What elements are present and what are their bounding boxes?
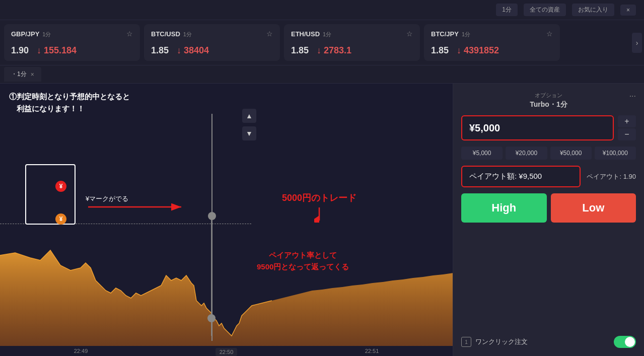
- amount-input[interactable]: [461, 115, 614, 140]
- chart-scroll-down-btn[interactable]: ▼: [242, 126, 256, 140]
- time-label-2250: 22:50: [220, 349, 234, 355]
- annotation-text-1: ①判定時刻となり予想的中となると 利益になります！！: [9, 91, 130, 115]
- amount-plus-btn[interactable]: +: [618, 115, 636, 127]
- amount-minus-btn[interactable]: −: [618, 128, 636, 140]
- quick-20000-btn[interactable]: ¥20,000: [506, 147, 547, 160]
- pair-label: BTC/JPY: [431, 30, 459, 38]
- close-topbar-btn[interactable]: ×: [620, 5, 636, 16]
- payout-amount-box: ペイアウト額: ¥9,500: [461, 166, 581, 187]
- tab-label: ・1分: [11, 70, 27, 79]
- amount-plusminus: + −: [618, 115, 636, 140]
- option-value: Turbo・1分: [461, 100, 636, 109]
- payout-ratio-label: ペイアウト: 1.90: [587, 172, 636, 181]
- multiplier: 1.85: [151, 45, 169, 56]
- oneclick-text: ワンクリック注文: [475, 337, 528, 346]
- right-panel: オプション Turbo・1分 ··· + − ¥5,000 ¥20,000 ¥5…: [453, 84, 644, 356]
- oneclick-toggle[interactable]: [614, 336, 636, 348]
- quick-100000-btn[interactable]: ¥100,000: [595, 147, 636, 160]
- ticker-card-btcusd[interactable]: BTC/USD1分 ☆ 1.85 ↓ 38404: [144, 24, 280, 61]
- white-highlight-rect: [25, 164, 76, 225]
- pair-label: ETH/USD: [291, 30, 320, 38]
- star-icon[interactable]: ☆: [546, 30, 553, 38]
- price-circle-marker: [208, 212, 216, 220]
- toggle-knob: [625, 337, 635, 347]
- spacer: [461, 229, 636, 328]
- price: ↓ 155.184: [37, 45, 77, 56]
- ticker-card-btcjpy[interactable]: BTC/JPY1分 ☆ 1.85 ↓ 4391852: [424, 24, 560, 61]
- chart-area: ①判定時刻となり予想的中となると 利益になります！！ ¥ ¥ ¥マークがでる 5…: [0, 84, 453, 356]
- star-icon[interactable]: ☆: [266, 30, 273, 38]
- interval-label: 1分: [462, 31, 470, 37]
- interval-btn[interactable]: 1分: [496, 4, 518, 16]
- time-label-2250-box: 22:50: [216, 348, 238, 356]
- star-icon[interactable]: ☆: [406, 30, 413, 38]
- amount-row: + −: [461, 115, 636, 140]
- oneclick-label: 1 ワンクリック注文: [461, 337, 528, 347]
- multiplier: 1.85: [431, 45, 449, 56]
- multiplier: 1.85: [291, 45, 309, 56]
- option-header: オプション Turbo・1分 ···: [461, 92, 636, 109]
- quick-50000-btn[interactable]: ¥50,000: [550, 147, 592, 160]
- ticker-next-btn[interactable]: ›: [632, 33, 642, 53]
- star-icon[interactable]: ☆: [126, 30, 133, 38]
- option-label: オプション: [461, 92, 636, 99]
- time-labels: 22:49 22:50 22:51: [0, 348, 453, 356]
- trade-buttons: High Low: [461, 193, 636, 223]
- ticker-card-ethusd[interactable]: ETH/USD1分 ☆ 1.85 ↓ 2783.1: [284, 24, 420, 61]
- option-dots-btn[interactable]: ···: [629, 92, 636, 101]
- oneclick-icon: 1: [461, 337, 471, 347]
- interval-label: 1分: [42, 31, 51, 37]
- quick-5000-btn[interactable]: ¥5,000: [461, 147, 503, 160]
- ticker-card-gbpjpy[interactable]: GBP/JPY1分 ☆ 1.90 ↓ 155.184: [4, 24, 140, 61]
- interval-label: 1分: [323, 31, 331, 37]
- top-bar: 1分 全ての資産 お気に入り ×: [0, 0, 644, 20]
- pair-label: BTC/USD: [151, 30, 180, 38]
- annotation-5000: 5000円のトレード: [282, 192, 356, 226]
- yen-marker-red: ¥: [55, 181, 66, 192]
- price: ↓ 38404: [177, 45, 209, 56]
- tab-close-btn[interactable]: ×: [31, 71, 34, 78]
- all-assets-btn[interactable]: 全ての資産: [524, 4, 566, 16]
- favorites-btn[interactable]: お気に入り: [572, 4, 614, 16]
- time-label-2251: 22:51: [365, 348, 379, 356]
- price-chart-svg: [0, 215, 453, 346]
- payout-row: ペイアウト額: ¥9,500 ペイアウト: 1.90: [461, 166, 636, 187]
- red-arrow-right-svg: [88, 199, 189, 215]
- high-button[interactable]: High: [461, 193, 547, 223]
- low-button[interactable]: Low: [551, 193, 636, 223]
- red-arrow-down-5000: [314, 207, 324, 223]
- quick-amounts: ¥5,000 ¥20,000 ¥50,000 ¥100,000: [461, 147, 636, 160]
- tab-bar: ・1分 ×: [0, 65, 644, 84]
- pair-label: GBP/JPY: [11, 30, 39, 38]
- time-vertical-line: [211, 114, 212, 341]
- annotation-payout: ペイアウト率として 9500円となって返ってくる: [257, 250, 349, 272]
- multiplier: 1.90: [11, 45, 29, 56]
- main-content: ①判定時刻となり予想的中となると 利益になります！！ ¥ ¥ ¥マークがでる 5…: [0, 84, 644, 356]
- ticker-strip: GBP/JPY1分 ☆ 1.90 ↓ 155.184 BTC/USD1分 ☆ 1…: [0, 20, 644, 65]
- oneclick-row: 1 ワンクリック注文: [461, 336, 636, 348]
- chart-scroll-up-btn[interactable]: ▲: [242, 109, 256, 123]
- price: ↓ 2783.1: [317, 45, 351, 56]
- interval-label: 1分: [183, 31, 192, 37]
- chart-tab[interactable]: ・1分 ×: [4, 67, 41, 82]
- time-label-2249: 22:49: [74, 348, 88, 356]
- price: ↓ 4391852: [457, 45, 499, 56]
- yen-marker-orange: ¥: [55, 213, 66, 225]
